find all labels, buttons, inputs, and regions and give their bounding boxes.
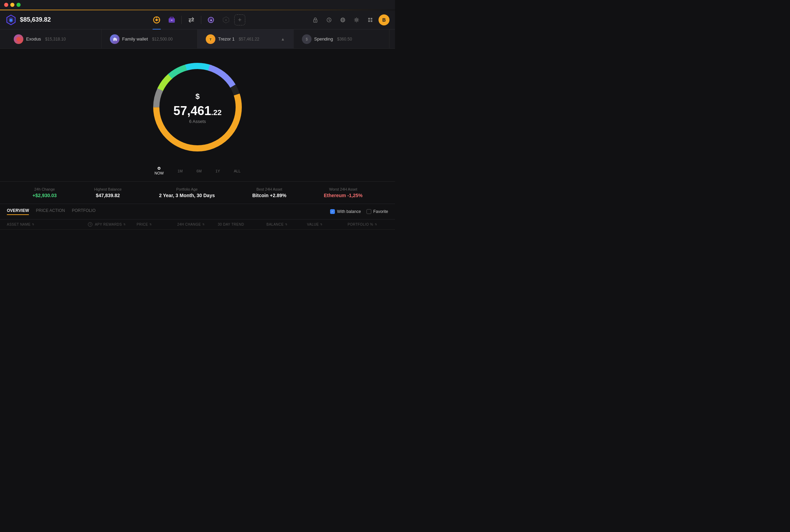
th-24h-change[interactable]: 24H CHANGE ⇅	[177, 222, 218, 227]
donut-chart[interactable]: $57,461.22 6 Assets	[146, 56, 249, 159]
table-header: ASSET NAME ⇅ ? APY REWARDS ⇅ PRICE ⇅ 24H…	[0, 219, 395, 230]
filter-bar: OVERVIEW PRICE ACTION PORTFOLIO ✓ With b…	[0, 204, 395, 219]
svg-rect-26	[371, 18, 372, 20]
exodus-balance: $15,318.10	[45, 37, 66, 42]
stat-age-label: Portfolio Age	[159, 187, 215, 191]
svg-text:T: T	[210, 38, 212, 41]
nav-explore[interactable]: ✦	[204, 13, 218, 27]
wallet-tab-exodus[interactable]: Exodus $15,318.10	[5, 30, 102, 49]
th-price[interactable]: PRICE ⇅	[137, 222, 177, 227]
filter-tabs: OVERVIEW PRICE ACTION PORTFOLIO	[7, 208, 95, 215]
wallet-tab-spending[interactable]: $ Spending $360.50	[294, 30, 390, 49]
th-value[interactable]: VALUE ⇅	[307, 222, 348, 227]
close-btn[interactable]	[4, 3, 8, 7]
svg-text:$: $	[306, 37, 308, 41]
nav-add-button[interactable]: +	[234, 14, 245, 25]
wallet-tabs-bar: Exodus $15,318.10 Family wallet $12,500.…	[0, 30, 395, 49]
sort-apy-icon: ⇅	[123, 223, 126, 226]
apy-help-icon: ?	[88, 222, 92, 227]
family-name: Family wallet	[122, 36, 148, 42]
sort-price-icon: ⇅	[149, 223, 152, 226]
total-portfolio-value: $85,639.82	[20, 16, 51, 23]
svg-text:✦: ✦	[210, 18, 213, 22]
stat-worst-asset: Worst 24H Asset Ethereum -1,25%	[324, 187, 363, 198]
timeline-all[interactable]: ALL	[234, 169, 241, 173]
with-balance-label: With balance	[337, 209, 361, 214]
svg-rect-10	[171, 20, 172, 21]
favorite-filter[interactable]: Favorite	[366, 209, 388, 214]
portfolio-value-display: $57,461.22	[172, 90, 223, 117]
th-30day-trend: 30 DAY TREND	[218, 222, 267, 227]
trezor-name: Trezor 1	[218, 36, 235, 42]
wallet-tab-trezor[interactable]: T Trezor 1 $57,461.22 ▲	[198, 30, 294, 49]
th-portfolio-pct[interactable]: PORTFOLIO % ⇅	[348, 222, 388, 227]
stat-portfolio-age: Portfolio Age 2 Year, 3 Month, 30 Days	[159, 187, 215, 198]
trezor-balance: $57,461.22	[239, 37, 259, 42]
nav-separator	[181, 16, 182, 24]
spending-name: Spending	[314, 36, 333, 42]
user-avatar[interactable]: B	[379, 14, 390, 25]
family-wallet-icon	[110, 34, 120, 44]
svg-marker-29	[16, 37, 21, 42]
minimize-btn[interactable]	[10, 3, 14, 7]
family-balance: $12,500.00	[152, 37, 173, 42]
stat-age-value: 2 Year, 3 Month, 30 Days	[159, 193, 215, 198]
spending-balance: $360.50	[337, 37, 352, 42]
timeline-now[interactable]: NOW	[155, 167, 164, 175]
svg-rect-27	[368, 20, 370, 22]
stat-best-value: Bitcoin +2.89%	[252, 193, 286, 198]
stat-highest-label: Highest Balance	[94, 187, 122, 191]
th-asset-name[interactable]: ASSET NAME ⇅	[7, 222, 88, 227]
spending-wallet-icon: $	[302, 34, 312, 44]
with-balance-checkbox[interactable]: ✓	[330, 209, 335, 214]
timeline-1m[interactable]: 1M	[178, 169, 183, 173]
nav-swap[interactable]	[184, 13, 198, 27]
nav-add-account[interactable]: +	[219, 13, 233, 27]
timeline-6m[interactable]: 6M	[196, 169, 202, 173]
nav-portfolio[interactable]	[165, 13, 179, 27]
filter-right: ✓ With balance Favorite	[330, 209, 388, 214]
tab-overview[interactable]: OVERVIEW	[7, 208, 29, 215]
exodus-name: Exodus	[26, 36, 41, 42]
settings-icon[interactable]	[351, 14, 362, 25]
th-balance[interactable]: BALANCE ⇅	[267, 222, 307, 227]
svg-point-4	[156, 19, 158, 21]
exodus-wallet-icon	[14, 34, 23, 44]
lock-icon[interactable]	[310, 14, 321, 25]
center-nav: ✦ + +	[150, 13, 245, 27]
nav-separator-2	[201, 16, 201, 24]
dollar-sign: $	[195, 92, 200, 101]
favorite-label: Favorite	[373, 209, 388, 214]
svg-point-24	[356, 19, 358, 21]
right-nav: B	[310, 14, 390, 25]
maximize-btn[interactable]	[16, 3, 21, 7]
stat-worst-label: Worst 24H Asset	[324, 187, 363, 191]
grid-icon[interactable]	[365, 14, 376, 25]
topbar: $85,639.82	[0, 10, 395, 30]
wallet-tab-family[interactable]: Family wallet $12,500.00	[102, 30, 198, 49]
svg-text:+: +	[225, 18, 227, 22]
stat-24h-value: +$2,930.03	[33, 193, 57, 198]
svg-rect-9	[170, 17, 173, 19]
tab-price-action[interactable]: PRICE ACTION	[36, 208, 65, 215]
globe-icon[interactable]	[337, 14, 348, 25]
stat-highest-value: $47,839.82	[94, 193, 122, 198]
nav-dashboard[interactable]	[150, 13, 163, 27]
th-apy-rewards[interactable]: ? APY REWARDS ⇅	[88, 222, 137, 227]
sort-balance-icon: ⇅	[285, 223, 288, 226]
history-icon[interactable]	[324, 14, 335, 25]
sort-asset-icon: ⇅	[32, 223, 35, 226]
with-balance-filter[interactable]: ✓ With balance	[330, 209, 361, 214]
titlebar	[0, 0, 395, 10]
timeline-dot-now	[158, 167, 160, 170]
timeline: NOW 1M 6M 1Y ALL	[155, 164, 241, 178]
tab-portfolio[interactable]: PORTFOLIO	[72, 208, 95, 215]
favorite-checkbox[interactable]	[366, 209, 371, 214]
timeline-1y[interactable]: 1Y	[215, 169, 220, 173]
stat-highest-balance: Highest Balance $47,839.82	[94, 187, 122, 198]
trezor-wallet-icon: T	[206, 34, 215, 44]
donut-center-info: $57,461.22 6 Assets	[172, 90, 223, 124]
svg-rect-28	[371, 20, 372, 22]
stat-24h-label: 24h Change	[33, 187, 57, 191]
app-logo[interactable]	[5, 14, 16, 25]
